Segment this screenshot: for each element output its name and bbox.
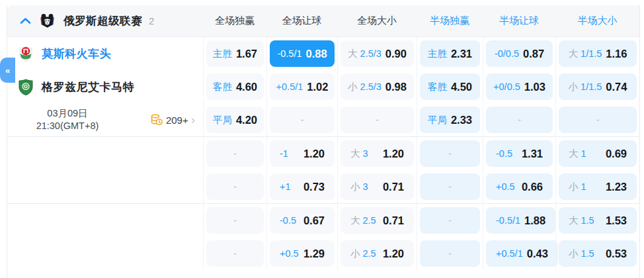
home-team-logo-icon <box>19 46 33 62</box>
column-header-ht-1x2: 半场独赢 <box>417 15 483 27</box>
odds-cell[interactable]: -0.51.31 <box>486 140 553 167</box>
odds-value: 1.67 <box>236 48 257 60</box>
odds-cell[interactable]: 大1.51.53 <box>559 207 637 234</box>
odds-selection-label: +0.5/1 <box>496 248 523 259</box>
odds-cell[interactable]: +0.50.66 <box>486 173 553 200</box>
odds-cell[interactable]: 大2.5/30.90 <box>341 40 414 67</box>
odds-cell[interactable]: 大1/1.51.16 <box>559 40 637 67</box>
odds-cell[interactable]: +0.5/10.43 <box>486 240 558 267</box>
odds-column-ft-ou: 大31.20 <box>337 137 417 170</box>
odds-column-ht-handicap: -0.5/11.88 <box>483 204 555 237</box>
more-markets-button[interactable]: 209+ › <box>150 113 195 127</box>
odds-cell[interactable]: 主胜1.67 <box>206 40 264 67</box>
odds-selection-label: -0.5 <box>280 215 296 226</box>
odds-column-ht-handicap: +0.5/10.43 <box>483 237 555 270</box>
odds-value: 0.88 <box>305 48 327 60</box>
odds-cell[interactable]: +10.73 <box>270 173 335 200</box>
odds-cell[interactable]: 小11.23 <box>559 173 637 200</box>
odds-selection-label: 小1.5 <box>569 248 594 260</box>
odds-cell[interactable]: -0.5/11.88 <box>486 207 555 234</box>
collapse-side-tab[interactable]: « <box>0 58 15 83</box>
odds-cell-empty: - <box>420 140 480 167</box>
odds-column-ft-handicap: -0.50.67 <box>266 204 337 237</box>
odds-value: 0.69 <box>606 148 627 160</box>
odds-cell[interactable]: +0.5/11.02 <box>270 73 335 100</box>
odds-cell[interactable]: 客胜4.50 <box>420 73 480 100</box>
match-datetime: 03月09日 21:30(GMT+8) <box>20 107 114 132</box>
odds-column-ft-ou: - <box>337 103 417 136</box>
odds-row: -+10.73小30.71-+0.50.66小11.23 <box>203 170 639 203</box>
odds-value: 0.53 <box>606 248 627 260</box>
collapse-chevron-up-icon[interactable] <box>20 17 31 24</box>
odds-value: 0.66 <box>522 181 543 193</box>
odds-selection-label: 大2.5/3 <box>348 48 382 60</box>
odds-column-ft-1x2: 主胜1.67 <box>203 37 266 70</box>
odds-cell[interactable]: 大2.50.71 <box>341 207 414 234</box>
odds-cell[interactable]: -0.5/10.88 <box>270 40 335 67</box>
odds-column-ht-1x2: - <box>417 204 483 237</box>
odds-cell[interactable]: 大31.20 <box>341 140 414 167</box>
odds-cell[interactable]: 主胜2.31 <box>420 40 480 67</box>
column-header-ft-handicap: 全场让球 <box>266 15 337 27</box>
odds-value: 4.60 <box>236 81 257 93</box>
more-chevron-icon: › <box>191 113 195 127</box>
odds-value: 2.31 <box>451 48 472 60</box>
odds-row: 主胜1.67-0.5/10.88大2.5/30.90主胜2.31-0/0.50.… <box>203 37 639 70</box>
odds-selection-label: 小1/1.5 <box>569 81 602 93</box>
odds-row: 平局4.20--平局2.33-- <box>203 103 639 136</box>
odds-row: --0.50.67大2.50.71--0.5/11.88大1.51.53 <box>203 204 639 237</box>
odds-selection-label: 大1 <box>569 148 586 160</box>
odds-column-ht-handicap: -0/0.50.87 <box>483 37 555 70</box>
away-team-row[interactable]: 格罗兹尼艾卡马特 <box>7 70 203 103</box>
odds-column-ht-handicap: +0.50.66 <box>483 170 555 203</box>
extra-odds-section-2: --0.50.67大2.50.71--0.5/11.88大1.51.53-+0.… <box>7 203 639 270</box>
odds-cell[interactable]: 平局2.33 <box>420 107 480 133</box>
odds-cell[interactable]: -11.20 <box>270 140 335 167</box>
odds-cell[interactable]: 大10.69 <box>559 140 637 167</box>
home-team-row[interactable]: 莫斯科火车头 <box>7 37 203 70</box>
odds-column-ft-handicap: +0.5/11.02 <box>266 70 337 103</box>
column-header-ft-1x2: 全场独赢 <box>203 15 266 27</box>
empty-left-column <box>7 137 203 203</box>
odds-cell[interactable]: 小2.51.20 <box>341 240 414 267</box>
odds-cell[interactable]: 平局4.20 <box>206 107 264 133</box>
odds-column-ht-ou: 大1.51.53 <box>555 204 639 237</box>
match-time: 21:30(GMT+8) <box>20 120 114 132</box>
odds-value: 4.20 <box>236 114 257 126</box>
odds-column-ht-ou: 小1.50.53 <box>555 237 639 270</box>
odds-row: -+0.51.29小2.51.20-+0.5/10.43小1.50.53 <box>203 237 639 270</box>
odds-column-ht-ou: - <box>555 103 639 136</box>
odds-selection-label: 小3 <box>350 181 368 193</box>
odds-cell[interactable]: -0.50.67 <box>270 207 335 234</box>
odds-cell-empty: - <box>206 207 264 234</box>
odds-value: 0.74 <box>606 81 627 93</box>
odds-cell[interactable]: 小1/1.50.74 <box>559 73 637 100</box>
odds-cell[interactable]: +0.51.29 <box>270 240 335 267</box>
extra-odds-rows-2: --0.50.67大2.50.71--0.5/11.88大1.51.53-+0.… <box>203 204 639 270</box>
away-team-logo-icon <box>19 79 33 95</box>
odds-column-ft-ou: 小2.51.20 <box>337 237 417 270</box>
odds-cell[interactable]: 小1.50.53 <box>559 240 637 267</box>
odds-cell-empty: - <box>341 107 414 133</box>
odds-cell[interactable]: 小2.5/30.98 <box>341 73 414 100</box>
odds-cell[interactable]: 小30.71 <box>341 173 414 200</box>
odds-cell-empty: - <box>420 207 480 234</box>
odds-value: 0.90 <box>385 48 407 60</box>
odds-column-ft-1x2: - <box>203 204 266 237</box>
odds-value: 0.73 <box>303 181 325 193</box>
odds-cell-empty: - <box>420 173 480 200</box>
odds-selection-label: +1 <box>280 181 291 192</box>
odds-column-ht-ou: 大1/1.51.16 <box>555 37 639 70</box>
odds-column-ht-1x2: 平局2.33 <box>417 103 483 136</box>
odds-cell[interactable]: +0/0.51.03 <box>486 73 553 100</box>
odds-cell[interactable]: -0/0.50.87 <box>486 40 553 67</box>
odds-selection-label: 客胜 <box>428 81 447 93</box>
odds-column-ft-1x2: 平局4.20 <box>203 103 266 136</box>
odds-value: 0.43 <box>527 248 548 260</box>
odds-column-ft-handicap: -0.5/10.88 <box>266 37 337 70</box>
odds-cell[interactable]: 客胜4.60 <box>206 73 264 100</box>
odds-value: 1.53 <box>606 214 627 227</box>
odds-selection-label: +0.5/1 <box>276 81 303 92</box>
odds-selection-label: 小2.5/3 <box>348 81 382 93</box>
odds-value: 1.20 <box>303 148 325 160</box>
